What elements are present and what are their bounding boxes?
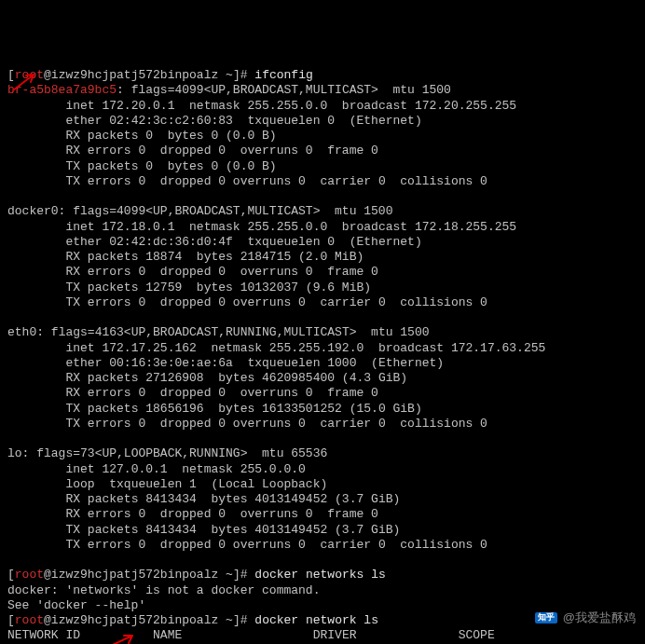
watermark-text: 我爱盐酥鸡: [575, 610, 636, 624]
terminal-output: [root@izwz9hcjpatj572binpoalz ~]# ifconf…: [7, 68, 638, 644]
watermark: 知乎 @我爱盐酥鸡: [535, 610, 636, 625]
prompt-host: izwz9hcjpatj572binpoalz: [51, 68, 218, 82]
zhihu-icon: 知乎: [535, 612, 557, 623]
docker-error-1: docker: 'networks' is not a docker comma…: [7, 583, 320, 597]
prompt-user: root: [15, 68, 44, 82]
iface-lo-name: lo: [7, 446, 22, 460]
cmd-docker-network: docker network ls: [254, 613, 378, 627]
net-header: NETWORK ID NAME DRIVER SCOPE: [7, 628, 495, 642]
cmd-docker-networks: docker networks ls: [254, 568, 385, 582]
prompt-path: ~: [226, 68, 233, 82]
docker-error-2: See 'docker --help': [7, 598, 145, 612]
iface-eth0-name: eth0: [7, 325, 36, 339]
iface-br-name: br-a5b8ea7a9bc5: [7, 83, 117, 97]
iface-docker0-name: docker0: [7, 204, 59, 218]
cmd-ifconfig: ifconfig: [254, 68, 312, 82]
